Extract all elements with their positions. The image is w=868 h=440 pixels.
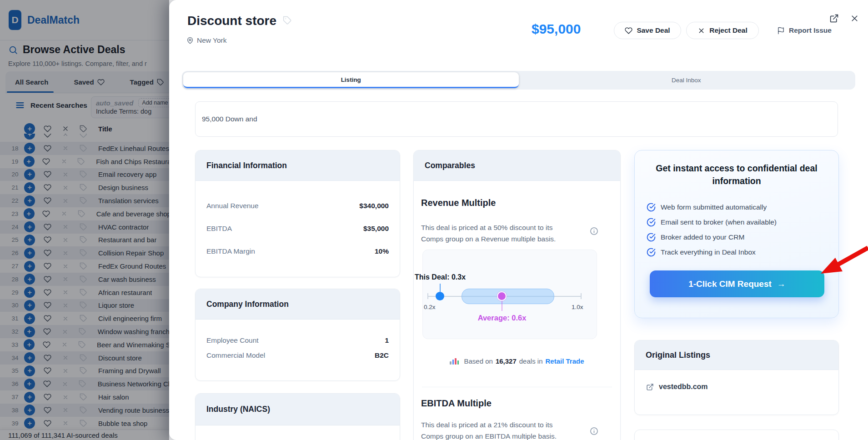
financial-information-title: Financial Information	[196, 150, 400, 181]
deal-value-dot	[436, 292, 444, 300]
bar-chart-icon	[450, 358, 459, 365]
benefit-text: Web form submitted automatically	[661, 203, 767, 211]
info-label: EBITDA	[206, 225, 232, 233]
slider-max-label: 1.0x	[572, 304, 583, 310]
close-icon[interactable]	[850, 14, 859, 23]
ebitda-multiple-description: This deal is priced at a 21% discount to…	[421, 420, 571, 440]
industry-link[interactable]: Retail Trade	[545, 357, 584, 365]
heart-icon	[625, 27, 632, 35]
x-icon	[697, 27, 705, 35]
cim-card-title: Get instant access to confidential deal …	[647, 162, 826, 187]
left-column: Financial Information Annual Revenue$340…	[195, 150, 400, 440]
financial-information-card: Financial Information Annual Revenue$340…	[195, 150, 400, 277]
benefit-item: Broker added to your CRM	[647, 232, 777, 242]
deal-note-card: 95,000 Down and	[195, 101, 838, 137]
right-column: Get instant access to confidential deal …	[634, 150, 839, 440]
cim-access-card: Get instant access to confidential deal …	[634, 150, 839, 318]
comparables-column: Comparables Revenue Multiple This deal i…	[413, 150, 621, 440]
company-information-card: Company Information Employee Count1Comme…	[195, 289, 400, 381]
deal-title-heading: Discount store	[187, 14, 292, 28]
info-value: 10%	[375, 247, 389, 255]
check-circle-icon	[647, 248, 656, 257]
report-issue-label: Report Issue	[789, 26, 832, 35]
flag-icon	[777, 27, 785, 35]
info-row: Employee Count1	[206, 336, 389, 345]
benefit-item: Track everything in Deal Inbox	[647, 247, 777, 257]
deal-price: $95,000	[532, 21, 581, 37]
deal-name: Discount store	[187, 14, 276, 28]
info-row: EBITDA$35,000	[206, 225, 389, 233]
benefit-text: Track everything in Deal Inbox	[661, 248, 756, 256]
benefit-item: Web form submitted automatically	[647, 202, 777, 212]
cim-benefits-list: Web form submitted automaticallyEmail se…	[647, 202, 777, 257]
location-text: New York	[197, 36, 226, 45]
comparables-title: Comparables	[414, 150, 620, 181]
this-deal-label: This Deal: 0.3x	[415, 273, 466, 281]
average-marker-connector	[502, 301, 502, 311]
deals-browser-panel: D DealMatch Browse Active Deals Explore …	[0, 0, 169, 440]
industry-card: Industry (NAICS)	[195, 393, 400, 440]
info-label: Annual Revenue	[206, 202, 259, 210]
revenue-multiple-heading: Revenue Multiple	[421, 198, 496, 208]
tab-listing[interactable]: Listing	[183, 72, 519, 88]
map-pin-icon	[186, 37, 194, 44]
deals-count: 16,327	[496, 357, 517, 365]
check-circle-icon	[647, 218, 656, 227]
check-circle-icon	[647, 203, 656, 212]
info-value: B2C	[375, 351, 389, 360]
modal-tabs: Listing Deal Inbox	[182, 71, 855, 90]
based-on-row: Based on 16,327 deals in Retail Trade	[414, 357, 620, 365]
external-link-icon	[646, 383, 654, 391]
info-value: $340,000	[359, 202, 389, 210]
save-deal-button[interactable]: Save Deal	[614, 22, 681, 39]
deal-location: New York	[186, 36, 226, 45]
info-label: EBITDA Margin	[206, 247, 255, 255]
cim-request-label: 1-Click CIM Request	[688, 279, 772, 289]
info-row: Annual Revenue$340,000	[206, 202, 389, 210]
average-value-dot	[497, 291, 507, 301]
check-circle-icon	[647, 233, 656, 242]
reject-deal-button[interactable]: Reject Deal	[686, 22, 759, 39]
next-card-stub	[634, 430, 839, 440]
original-listings-title: Original Listings	[635, 340, 838, 370]
benefit-text: Broker added to your CRM	[661, 233, 744, 241]
info-value: 1	[385, 336, 389, 345]
save-deal-label: Save Deal	[637, 26, 670, 35]
revenue-multiple-slider: This Deal: 0.3x 0.2x 1.0x Average: 0.6x	[422, 250, 597, 339]
deal-detail-modal: Discount store New York $95,000 Save Dea…	[169, 0, 868, 440]
cim-request-button[interactable]: 1-Click CIM Request →	[650, 270, 824, 297]
section-divider	[422, 387, 612, 387]
based-on-prefix: Based on	[464, 357, 492, 365]
open-external-icon[interactable]	[829, 14, 839, 23]
info-row: Commercial ModelB2C	[206, 351, 389, 360]
reject-deal-label: Reject Deal	[709, 26, 748, 35]
tag-icon[interactable]	[283, 16, 292, 25]
info-value: $35,000	[363, 225, 389, 233]
arrow-right-icon: →	[777, 279, 786, 289]
revenue-multiple-description: This deal is priced at a 50% discount to…	[421, 222, 571, 245]
industry-title: Industry (NAICS)	[196, 394, 400, 425]
comparables-card: Comparables Revenue Multiple This deal i…	[413, 150, 621, 440]
app-root: D DealMatch Browse Active Deals Explore …	[0, 0, 868, 440]
slider-min-label: 0.2x	[424, 304, 436, 310]
info-label: Commercial Model	[206, 351, 265, 360]
average-label: Average: 0.6x	[466, 314, 538, 322]
original-listings-card: Original Listings vestedbb.com	[634, 340, 839, 415]
benefit-item: Email sent to broker (when available)	[647, 217, 777, 227]
modal-backdrop[interactable]	[0, 0, 169, 440]
deal-marker-connector	[440, 284, 441, 292]
report-issue-button[interactable]: Report Issue	[770, 22, 838, 39]
ebitda-multiple-heading: EBITDA Multiple	[421, 398, 492, 409]
tab-deal-inbox[interactable]: Deal Inbox	[519, 72, 854, 88]
based-on-middle: deals in	[519, 357, 543, 365]
company-information-title: Company Information	[196, 289, 400, 320]
benefit-text: Email sent to broker (when available)	[661, 218, 777, 226]
comps-range-band	[462, 289, 554, 304]
info-icon[interactable]	[590, 427, 598, 435]
info-row: EBITDA Margin10%	[206, 247, 389, 255]
original-listing-link[interactable]: vestedbb.com	[635, 370, 838, 391]
info-label: Employee Count	[206, 336, 259, 345]
listing-url: vestedbb.com	[659, 383, 708, 391]
info-icon[interactable]	[590, 227, 598, 235]
